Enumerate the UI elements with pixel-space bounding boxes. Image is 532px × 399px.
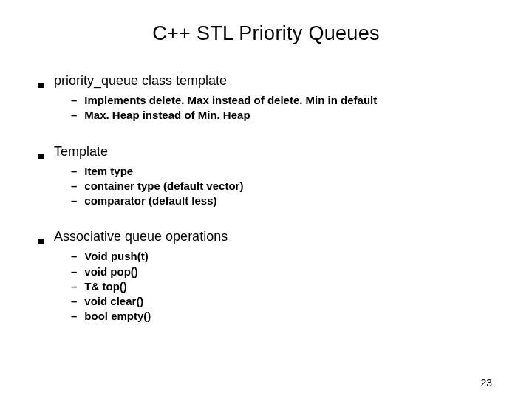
list-item: –void clear()	[71, 294, 532, 309]
dash-icon: –	[71, 309, 77, 324]
dash-icon: –	[71, 294, 77, 309]
section-operations: Associative queue operations –Void push(…	[38, 229, 532, 324]
list-item: –container type (default vector)	[71, 179, 532, 194]
dash-icon: –	[71, 164, 77, 179]
list-item: –comparator (default less)	[71, 194, 532, 208]
section-title-rest: class template	[138, 73, 227, 88]
dash-icon: –	[71, 93, 77, 108]
dash-icon: –	[71, 249, 77, 264]
section-header: priority_queue class template	[38, 73, 532, 89]
section-title-text: Template	[54, 144, 108, 159]
list-item-text: void clear()	[84, 294, 143, 309]
square-bullet-icon	[38, 154, 44, 159]
list-item-text: Void push(t)	[84, 249, 148, 264]
list-item: –Void push(t)	[71, 249, 532, 264]
sub-list: –Void push(t) –void pop() –T& top() –voi…	[38, 249, 532, 324]
list-item: –void pop()	[71, 265, 532, 279]
list-item-text: Implements delete. Max instead of delete…	[84, 93, 377, 108]
list-item: –Max. Heap instead of Min. Heap	[71, 108, 532, 123]
section-header: Associative queue operations	[38, 229, 532, 245]
page-number: 23	[480, 377, 492, 389]
section-title-underlined: priority_queue	[54, 73, 138, 88]
slide-content: priority_queue class template –Implement…	[0, 73, 532, 324]
list-item: –bool empty()	[71, 309, 532, 324]
list-item-text: bool empty()	[84, 309, 151, 324]
section-priority-queue: priority_queue class template –Implement…	[38, 73, 532, 123]
dash-icon: –	[71, 279, 77, 294]
list-item-text: comparator (default less)	[84, 194, 216, 208]
square-bullet-icon	[38, 83, 44, 88]
list-item-text: container type (default vector)	[84, 179, 243, 194]
section-header: Template	[38, 144, 532, 160]
dash-icon: –	[71, 194, 77, 208]
list-item: –Item type	[71, 164, 532, 179]
section-title-text: Associative queue operations	[54, 229, 228, 244]
slide-title: C++ STL Priority Queues	[0, 22, 532, 45]
dash-icon: –	[71, 265, 77, 279]
dash-icon: –	[71, 108, 77, 123]
section-title: Template	[54, 144, 108, 160]
list-item: –Implements delete. Max instead of delet…	[71, 93, 532, 108]
list-item-text: T& top()	[84, 279, 126, 294]
list-item-text: Max. Heap instead of Min. Heap	[84, 108, 250, 123]
list-item-text: void pop()	[84, 265, 137, 279]
section-title: priority_queue class template	[54, 73, 227, 89]
section-title: Associative queue operations	[54, 229, 228, 245]
list-item-text: Item type	[84, 164, 133, 179]
dash-icon: –	[71, 179, 77, 194]
section-template: Template –Item type –container type (def…	[38, 144, 532, 209]
sub-list: –Implements delete. Max instead of delet…	[38, 93, 532, 123]
sub-list: –Item type –container type (default vect…	[38, 164, 532, 209]
square-bullet-icon	[38, 239, 44, 244]
list-item: –T& top()	[71, 279, 532, 294]
